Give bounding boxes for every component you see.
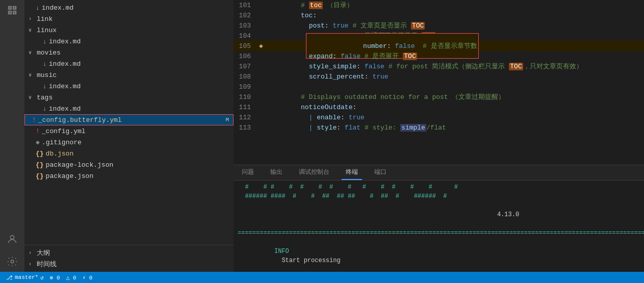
list-item[interactable]: {} db.json bbox=[24, 148, 234, 159]
chevron-down-icon: ∨ bbox=[29, 49, 37, 56]
info-text: ⚡ 0 bbox=[83, 274, 93, 281]
dir-name: movies bbox=[37, 49, 61, 57]
json-icon: {} bbox=[36, 161, 44, 169]
json-icon: {} bbox=[36, 172, 44, 180]
list-item[interactable]: ∨ movies bbox=[24, 47, 234, 58]
file-md-icon: ↓ bbox=[43, 38, 47, 45]
terminal-separator: ========================================… bbox=[238, 228, 640, 238]
avatar-icon[interactable] bbox=[4, 231, 20, 247]
dir-name: linux bbox=[37, 27, 57, 34]
sidebar: ↓ index.md › link ∨ linux ↓ index.md ∨ m… bbox=[24, 0, 234, 272]
line-number: 112 bbox=[234, 114, 259, 121]
status-bar: ⎇ master* ↺ ⊗ 0 △ 0 ⚡ 0 bbox=[0, 272, 644, 283]
git-icon: ⎇ bbox=[6, 274, 13, 281]
json-icon: {} bbox=[36, 150, 44, 158]
active-file-item[interactable]: ! _config.butterfly.yml M bbox=[24, 114, 234, 125]
chevron-down-icon: ∨ bbox=[29, 72, 37, 78]
explorer-icon[interactable] bbox=[4, 2, 20, 18]
file-explorer: ↓ index.md › link ∨ linux ↓ index.md ∨ m… bbox=[24, 0, 234, 245]
outline-section[interactable]: › 大纲 bbox=[24, 247, 234, 259]
svg-point-5 bbox=[11, 260, 14, 263]
line-number: 106 bbox=[234, 53, 259, 60]
list-item[interactable]: ◆ .gitignore bbox=[24, 137, 234, 148]
line-number: 111 bbox=[234, 104, 259, 111]
list-item[interactable]: ↓ index.md bbox=[24, 2, 234, 13]
chevron-right-icon: › bbox=[29, 16, 37, 22]
list-item[interactable]: › link bbox=[24, 13, 234, 24]
line-number: 102 bbox=[234, 12, 259, 19]
settings-icon[interactable] bbox=[4, 253, 20, 270]
file-md-icon: ↓ bbox=[43, 60, 47, 68]
timeline-label: 时间线 bbox=[37, 260, 57, 269]
tab-label: 调试控制台 bbox=[299, 168, 329, 176]
modified-badge: M bbox=[225, 117, 229, 123]
dir-name: music bbox=[37, 71, 57, 79]
code-editor[interactable]: 101 # toc （目录） 102 toc: 103 post: true #… bbox=[234, 0, 644, 165]
info-count[interactable]: ⚡ 0 bbox=[81, 274, 95, 281]
sync-icon: ↺ bbox=[40, 274, 44, 281]
list-item[interactable]: ↓ index.md bbox=[24, 58, 234, 69]
error-text: ⊗ 0 bbox=[50, 274, 60, 281]
outline-label: 大纲 bbox=[37, 248, 50, 258]
file-name: _config.butterfly.yml bbox=[38, 116, 122, 124]
dir-name: link bbox=[37, 15, 53, 23]
tab-debug-console[interactable]: 调试控制台 bbox=[295, 165, 333, 180]
file-md-icon: ↓ bbox=[43, 105, 47, 113]
terminal-panel: 问题 输出 调试控制台 终端 端口 # # # # # # # # # bbox=[234, 165, 644, 272]
list-item[interactable]: ↓ index.md bbox=[24, 103, 234, 114]
version-text: 4.13.0 bbox=[497, 211, 519, 218]
list-item[interactable]: ∨ music bbox=[24, 69, 234, 81]
file-name: index.md bbox=[49, 83, 81, 90]
list-item[interactable]: ∨ linux bbox=[24, 24, 234, 36]
editor-area: 101 # toc （目录） 102 toc: 103 post: true #… bbox=[234, 0, 644, 272]
activity-bar bbox=[0, 0, 24, 272]
line-number: 113 bbox=[234, 124, 259, 132]
list-item[interactable]: ↓ index.md bbox=[24, 36, 234, 47]
file-icon: ◆ bbox=[36, 138, 40, 146]
timeline-section[interactable]: › 时间线 bbox=[24, 259, 234, 270]
line-number: 108 bbox=[234, 73, 259, 81]
file-name: db.json bbox=[46, 150, 74, 158]
tab-label: 终端 bbox=[346, 168, 358, 176]
file-name: index.md bbox=[49, 60, 81, 68]
file-name: .gitignore bbox=[42, 139, 82, 146]
chevron-right-icon: › bbox=[29, 250, 37, 256]
tab-output[interactable]: 输出 bbox=[266, 165, 287, 180]
file-md-icon: ↓ bbox=[43, 83, 47, 90]
file-name: index.md bbox=[42, 4, 73, 12]
warnings-count[interactable]: △ 0 bbox=[64, 274, 79, 281]
line-number: 101 bbox=[234, 2, 259, 9]
tab-terminal[interactable]: 终端 bbox=[342, 165, 362, 180]
git-branch[interactable]: ⎇ master* ↺ bbox=[4, 274, 46, 281]
tab-ports[interactable]: 端口 bbox=[370, 165, 391, 180]
line-number: 105 bbox=[234, 42, 259, 50]
status-left: ⎇ master* ↺ ⊗ 0 △ 0 ⚡ 0 bbox=[4, 274, 94, 281]
list-item[interactable]: ! _config.yml bbox=[24, 125, 234, 137]
code-line-108: 108 scroll_percent: true bbox=[234, 71, 644, 82]
list-item[interactable]: {} package.json bbox=[24, 170, 234, 182]
list-item[interactable]: ↓ index.md bbox=[24, 81, 234, 92]
errors-count[interactable]: ⊗ 0 bbox=[48, 274, 62, 281]
line-number: 110 bbox=[234, 93, 259, 101]
chevron-down-icon: ∨ bbox=[29, 94, 37, 100]
list-item[interactable]: {} package-lock.json bbox=[24, 159, 234, 170]
list-item[interactable]: ∨ tags bbox=[24, 92, 234, 103]
terminal-version-line: 4.13.0 bbox=[238, 201, 640, 228]
line-number: 107 bbox=[234, 63, 259, 70]
branch-name: master* bbox=[15, 274, 38, 280]
file-name: index.md bbox=[49, 38, 81, 45]
file-md-icon: ↓ bbox=[36, 4, 40, 12]
file-name: index.md bbox=[49, 105, 81, 113]
line-number: 109 bbox=[234, 83, 259, 91]
line-content: | style: flat # style: simple/flat bbox=[259, 116, 644, 139]
sidebar-outline: › 大纲 › 时间线 bbox=[24, 245, 234, 272]
tab-problems[interactable]: 问题 bbox=[238, 165, 258, 180]
terminal-info-line1: INFO Start processing bbox=[238, 238, 640, 272]
file-name: package-lock.json bbox=[46, 161, 114, 169]
line-number: 103 bbox=[234, 22, 259, 30]
warning-text: △ 0 bbox=[66, 274, 76, 281]
simple-highlight: simple bbox=[400, 124, 426, 132]
terminal-ascii-line2: ###### #### # # ## ## ## # ## # ###### # bbox=[238, 192, 640, 201]
tab-label: 端口 bbox=[374, 168, 387, 176]
terminal-content[interactable]: # # # # # # # # # # # # # # ###### #### … bbox=[234, 181, 644, 272]
